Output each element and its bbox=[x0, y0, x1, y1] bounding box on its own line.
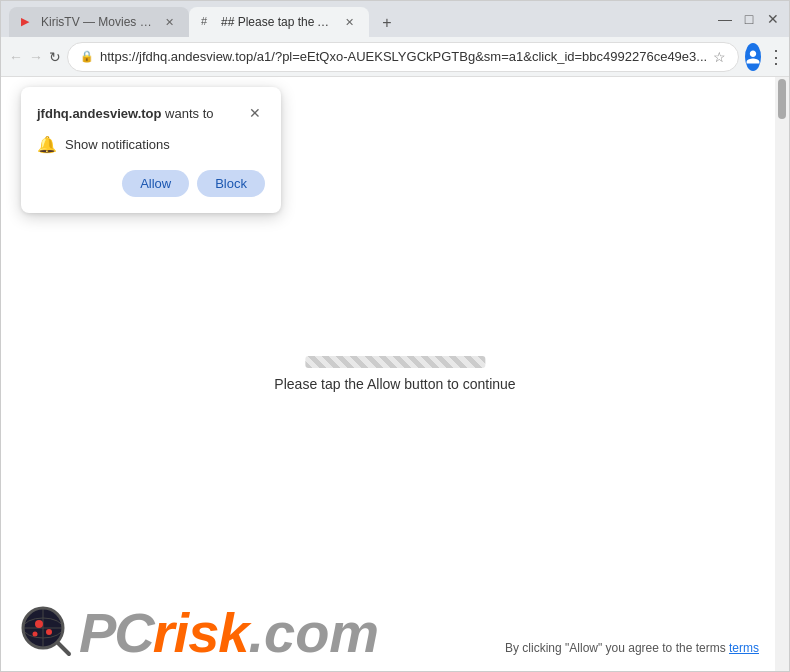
popup-wants-to: wants to bbox=[161, 106, 213, 121]
window-controls: — □ ✕ bbox=[717, 11, 781, 27]
scrollbar[interactable] bbox=[775, 77, 789, 671]
bottom-byline: By clicking "Allow" you agree to the ter… bbox=[505, 641, 759, 655]
minimize-button[interactable]: — bbox=[717, 11, 733, 27]
browser-window: ▶ KirisTV — Movies and Series D... ✕ # #… bbox=[0, 0, 790, 672]
svg-point-5 bbox=[46, 629, 52, 635]
logo-text-group: PC risk .com bbox=[79, 605, 379, 661]
tab-2[interactable]: # ## Please tap the Allow button... ✕ bbox=[189, 7, 369, 37]
popup-site: jfdhq.andesview.top bbox=[37, 106, 161, 121]
pcrisk-logo-icon bbox=[21, 606, 75, 660]
loading-text: Please tap the Allow button to continue bbox=[274, 376, 515, 392]
new-tab-button[interactable]: + bbox=[373, 9, 401, 37]
allow-button[interactable]: Allow bbox=[122, 170, 189, 197]
tab2-title: ## Please tap the Allow button... bbox=[221, 15, 335, 29]
popup-title: jfdhq.andesview.top wants to bbox=[37, 106, 214, 121]
notification-popup: jfdhq.andesview.top wants to ✕ 🔔 Show no… bbox=[21, 87, 281, 213]
url-bar[interactable]: 🔒 https://jfdhq.andesview.top/a1/?pl=eEt… bbox=[67, 42, 739, 72]
forward-button[interactable]: → bbox=[29, 43, 43, 71]
bottom-logo: PC risk .com bbox=[21, 605, 379, 661]
tab2-favicon: # bbox=[201, 15, 215, 29]
url-text: https://jfdhq.andesview.top/a1/?pl=eEtQx… bbox=[100, 49, 707, 64]
svg-point-6 bbox=[33, 632, 38, 637]
popup-notification-row: 🔔 Show notifications bbox=[37, 135, 265, 154]
page-content: jfdhq.andesview.top wants to ✕ 🔔 Show no… bbox=[1, 77, 789, 671]
menu-button[interactable]: ⋮ bbox=[767, 43, 785, 71]
tab1-title: KirisTV — Movies and Series D... bbox=[41, 15, 155, 29]
terms-link[interactable]: terms bbox=[729, 641, 759, 655]
scrollbar-thumb[interactable] bbox=[778, 79, 786, 119]
logo-pc: PC bbox=[79, 605, 153, 661]
loading-bar bbox=[305, 356, 485, 368]
tab1-favicon: ▶ bbox=[21, 15, 35, 29]
person-icon bbox=[745, 49, 761, 65]
tab2-close[interactable]: ✕ bbox=[341, 14, 357, 30]
address-bar: ← → ↻ 🔒 https://jfdhq.andesview.top/a1/?… bbox=[1, 37, 789, 77]
popup-notification-text: Show notifications bbox=[65, 137, 170, 152]
svg-point-4 bbox=[35, 620, 43, 628]
tab-1[interactable]: ▶ KirisTV — Movies and Series D... ✕ bbox=[9, 7, 189, 37]
tab-bar: ▶ KirisTV — Movies and Series D... ✕ # #… bbox=[9, 1, 709, 37]
popup-actions: Allow Block bbox=[37, 170, 265, 197]
refresh-button[interactable]: ↻ bbox=[49, 43, 61, 71]
tab1-close[interactable]: ✕ bbox=[161, 14, 177, 30]
block-button[interactable]: Block bbox=[197, 170, 265, 197]
profile-button[interactable] bbox=[745, 43, 761, 71]
popup-close-button[interactable]: ✕ bbox=[245, 103, 265, 123]
byline-text: By clicking "Allow" you agree to the ter… bbox=[505, 641, 726, 655]
bookmark-icon[interactable]: ☆ bbox=[713, 49, 726, 65]
bell-icon: 🔔 bbox=[37, 135, 57, 154]
logo-com: .com bbox=[248, 605, 379, 661]
page-center-content: Please tap the Allow button to continue bbox=[274, 356, 515, 392]
back-button[interactable]: ← bbox=[9, 43, 23, 71]
lock-icon: 🔒 bbox=[80, 50, 94, 63]
title-bar: ▶ KirisTV — Movies and Series D... ✕ # #… bbox=[1, 1, 789, 37]
maximize-button[interactable]: □ bbox=[741, 11, 757, 27]
svg-line-7 bbox=[58, 643, 69, 654]
logo-risk: risk bbox=[153, 605, 249, 661]
popup-header: jfdhq.andesview.top wants to ✕ bbox=[37, 103, 265, 123]
close-button[interactable]: ✕ bbox=[765, 11, 781, 27]
